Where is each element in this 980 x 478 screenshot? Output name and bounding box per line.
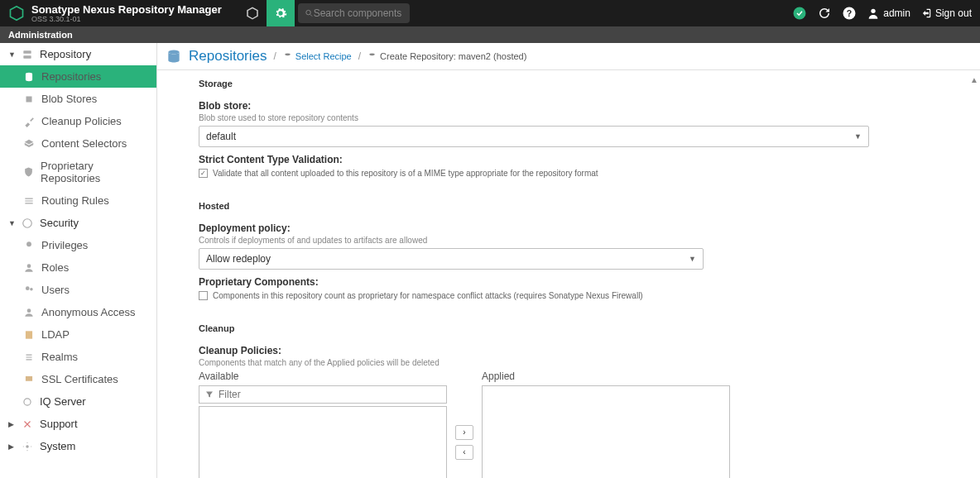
users-icon bbox=[23, 284, 35, 296]
admin-button[interactable] bbox=[267, 0, 295, 26]
sidebar-item-roles[interactable]: Roles bbox=[0, 256, 156, 279]
search-icon bbox=[305, 8, 314, 18]
deployment-policy-hint: Controls if deployments of and updates t… bbox=[199, 236, 939, 245]
svg-point-22 bbox=[285, 53, 290, 55]
svg-line-2 bbox=[310, 14, 312, 16]
strict-validation-hint: Validate that all content uploaded to th… bbox=[213, 169, 598, 178]
certificate-icon bbox=[23, 374, 35, 385]
sidebar-item-privileges[interactable]: Privileges bbox=[0, 234, 156, 256]
move-right-button[interactable]: › bbox=[455, 425, 473, 440]
person-icon bbox=[23, 307, 35, 318]
svg-point-16 bbox=[27, 308, 31, 313]
section-storage: Storage bbox=[199, 70, 939, 93]
sidebar-group-support[interactable]: ▶Support bbox=[0, 413, 156, 435]
database-small-icon bbox=[283, 52, 292, 61]
svg-point-13 bbox=[27, 264, 31, 268]
search-box[interactable] bbox=[298, 3, 410, 23]
sidebar-item-blob-stores[interactable]: Blob Stores bbox=[0, 88, 156, 110]
form-content: ▲ Storage Blob store: Blob store used to… bbox=[157, 70, 980, 478]
applied-header: Applied bbox=[482, 370, 730, 382]
sidebar-item-content-selectors[interactable]: Content Selectors bbox=[0, 132, 156, 155]
blob-store-hint: Blob store used to store repository cont… bbox=[199, 113, 939, 122]
blob-store-label: Blob store: bbox=[199, 100, 939, 112]
svg-point-1 bbox=[306, 10, 310, 14]
sidebar-item-iq-server[interactable]: IQ Server bbox=[0, 390, 156, 413]
applied-column: Applied bbox=[482, 370, 730, 478]
available-filter[interactable] bbox=[199, 385, 447, 404]
brush-icon bbox=[23, 116, 35, 127]
signout-button[interactable]: Sign out bbox=[920, 7, 972, 19]
scroll-up-icon[interactable]: ▲ bbox=[970, 75, 978, 84]
sidebar-item-routing-rules[interactable]: Routing Rules bbox=[0, 189, 156, 212]
strict-validation-label: Strict Content Type Validation: bbox=[199, 154, 939, 165]
breadcrumb-title[interactable]: Repositories bbox=[189, 48, 267, 65]
svg-text:?: ? bbox=[847, 8, 852, 18]
sidebar-item-anonymous[interactable]: Anonymous Access bbox=[0, 301, 156, 323]
svg-point-11 bbox=[23, 218, 32, 227]
sliders-icon bbox=[23, 195, 35, 207]
sidebar-item-cleanup-policies[interactable]: Cleanup Policies bbox=[0, 110, 156, 132]
deployment-policy-select[interactable]: Allow redeploy▼ bbox=[199, 248, 704, 270]
search-input[interactable] bbox=[314, 7, 403, 19]
svg-rect-18 bbox=[26, 375, 32, 380]
user-icon bbox=[867, 7, 880, 20]
svg-point-19 bbox=[24, 398, 31, 404]
refresh-icon[interactable] bbox=[817, 6, 832, 21]
browse-button[interactable] bbox=[238, 0, 267, 26]
svg-point-21 bbox=[168, 50, 179, 55]
sidebar: ▼Repository Repositories Blob Stores Cle… bbox=[0, 43, 157, 478]
database-small-icon bbox=[368, 52, 377, 61]
section-cleanup: Cleanup bbox=[199, 315, 939, 338]
sidebar-item-users[interactable]: Users bbox=[0, 279, 156, 301]
sidebar-item-repositories[interactable]: Repositories bbox=[0, 65, 156, 88]
admin-title: Administration bbox=[0, 26, 980, 43]
brand-version: OSS 3.30.1-01 bbox=[31, 16, 222, 23]
section-hosted: Hosted bbox=[199, 193, 939, 216]
breadcrumb-current: Create Repository: maven2 (hosted) bbox=[368, 51, 526, 61]
svg-point-20 bbox=[26, 445, 29, 448]
filter-input[interactable] bbox=[219, 389, 441, 400]
svg-point-15 bbox=[30, 288, 33, 291]
main-panel: Repositories / Select Recipe / Create Re… bbox=[157, 43, 980, 478]
move-left-button[interactable]: ‹ bbox=[455, 445, 473, 460]
svg-point-6 bbox=[872, 9, 876, 13]
svg-point-3 bbox=[794, 7, 806, 20]
caret-right-icon: ▶ bbox=[8, 420, 15, 428]
sidebar-item-ldap[interactable]: LDAP bbox=[0, 323, 156, 346]
globe-icon bbox=[22, 217, 33, 229]
help-icon[interactable]: ? bbox=[842, 6, 857, 21]
sidebar-group-repository[interactable]: ▼Repository bbox=[0, 43, 156, 65]
cleanup-policies-hint: Components that match any of the Applied… bbox=[199, 358, 939, 367]
sidebar-group-system[interactable]: ▶System bbox=[0, 435, 156, 457]
close-icon bbox=[22, 418, 33, 430]
applied-list[interactable] bbox=[482, 385, 730, 478]
status-ok-icon[interactable] bbox=[792, 6, 807, 21]
sidebar-group-security[interactable]: ▼Security bbox=[0, 212, 156, 234]
sidebar-item-ssl[interactable]: SSL Certificates bbox=[0, 368, 156, 390]
proprietary-checkbox[interactable] bbox=[199, 291, 208, 300]
ribbon-icon bbox=[23, 240, 35, 251]
chevron-down-icon: ▼ bbox=[689, 255, 696, 263]
available-header: Available bbox=[199, 370, 447, 382]
app-header: Sonatype Nexus Repository Manager OSS 3.… bbox=[0, 0, 980, 26]
cube-icon bbox=[245, 6, 260, 21]
brand-title: Sonatype Nexus Repository Manager bbox=[31, 4, 222, 15]
layers-icon bbox=[23, 138, 35, 150]
proprietary-label: Proprietary Components: bbox=[199, 276, 939, 288]
caret-down-icon: ▼ bbox=[8, 50, 15, 59]
available-list[interactable] bbox=[199, 406, 447, 478]
blob-store-select[interactable]: default▼ bbox=[199, 126, 869, 147]
chevron-down-icon: ▼ bbox=[854, 132, 862, 141]
svg-marker-0 bbox=[11, 7, 23, 21]
brand-block: Sonatype Nexus Repository Manager OSS 3.… bbox=[31, 4, 222, 23]
server-icon bbox=[22, 49, 33, 60]
svg-point-14 bbox=[26, 286, 30, 290]
strict-validation-checkbox[interactable] bbox=[199, 169, 208, 178]
sidebar-item-proprietary[interactable]: Proprietary Repositories bbox=[0, 155, 156, 189]
sidebar-item-realms[interactable]: Realms bbox=[0, 346, 156, 368]
breadcrumb-select-recipe[interactable]: Select Recipe bbox=[283, 51, 352, 61]
user-menu[interactable]: admin bbox=[867, 7, 910, 20]
user-icon bbox=[23, 262, 35, 274]
sidebar-label: Repository bbox=[40, 48, 91, 60]
caret-right-icon: ▶ bbox=[8, 442, 15, 451]
